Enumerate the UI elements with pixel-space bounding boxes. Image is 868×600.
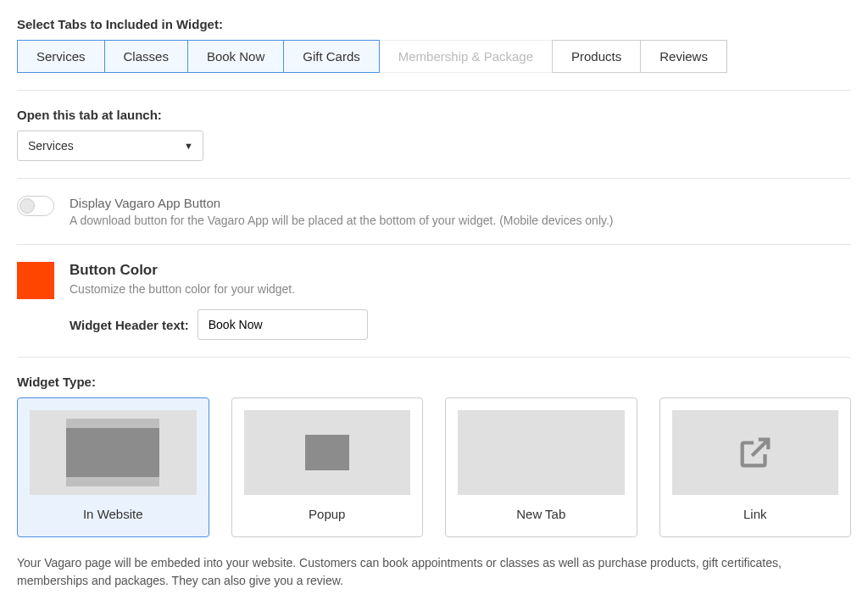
display-app-toggle-row: Display Vagaro App Button A download but…: [17, 196, 851, 227]
widget-type-link[interactable]: Link: [659, 397, 852, 537]
widget-type-popup[interactable]: Popup: [231, 397, 424, 537]
tab-gift-cards[interactable]: Gift Cards: [283, 40, 380, 73]
widget-header-text-input[interactable]: [198, 309, 368, 340]
open-tab-select[interactable]: Services: [17, 131, 203, 161]
widget-type-new-tab[interactable]: New Tab: [445, 397, 637, 537]
divider: [17, 357, 851, 358]
preview-in-website-icon: [30, 410, 197, 495]
display-app-desc: A download button for the Vagaro App wil…: [70, 214, 614, 227]
tab-reviews[interactable]: Reviews: [640, 40, 727, 73]
widget-type-description: Your Vagaro page will be embeded into yo…: [17, 554, 851, 590]
button-color-row: Button Color Customize the button color …: [17, 262, 851, 340]
widget-types-row: In Website Popup New Tab Link: [17, 397, 851, 537]
preview-popup-icon: [244, 410, 411, 495]
widget-type-label-new-tab: New Tab: [458, 507, 625, 521]
widget-type-in-website[interactable]: In Website: [17, 397, 209, 537]
widget-type-label-in-website: In Website: [30, 507, 197, 521]
divider: [17, 178, 851, 179]
external-link-icon: [672, 410, 839, 495]
display-app-toggle[interactable]: [17, 196, 54, 216]
widget-type-label: Widget Type:: [17, 375, 851, 389]
display-app-title: Display Vagaro App Button: [70, 196, 614, 210]
button-color-title: Button Color: [70, 262, 368, 279]
toggle-knob: [19, 198, 35, 214]
open-tab-select-wrap[interactable]: Services ▼: [17, 131, 203, 161]
widget-header-text-label: Widget Header text:: [70, 318, 189, 332]
divider: [17, 90, 851, 91]
button-color-desc: Customize the button color for your widg…: [70, 282, 368, 296]
widget-type-label-link: Link: [672, 507, 839, 521]
tabs-row: Services Classes Book Now Gift Cards Mem…: [17, 40, 851, 73]
tab-classes[interactable]: Classes: [104, 40, 188, 73]
widget-type-label-popup: Popup: [244, 507, 411, 521]
divider: [17, 244, 851, 245]
svg-line-0: [752, 440, 768, 456]
select-tabs-label: Select Tabs to Included in Widget:: [17, 17, 851, 31]
tab-products[interactable]: Products: [552, 40, 641, 73]
tab-membership-package: Membership & Package: [379, 40, 553, 73]
open-tab-label: Open this tab at launch:: [17, 108, 851, 122]
tab-services[interactable]: Services: [17, 40, 105, 73]
preview-new-tab-icon: [458, 410, 625, 495]
button-color-swatch[interactable]: [17, 262, 54, 299]
tab-book-now[interactable]: Book Now: [187, 40, 284, 73]
